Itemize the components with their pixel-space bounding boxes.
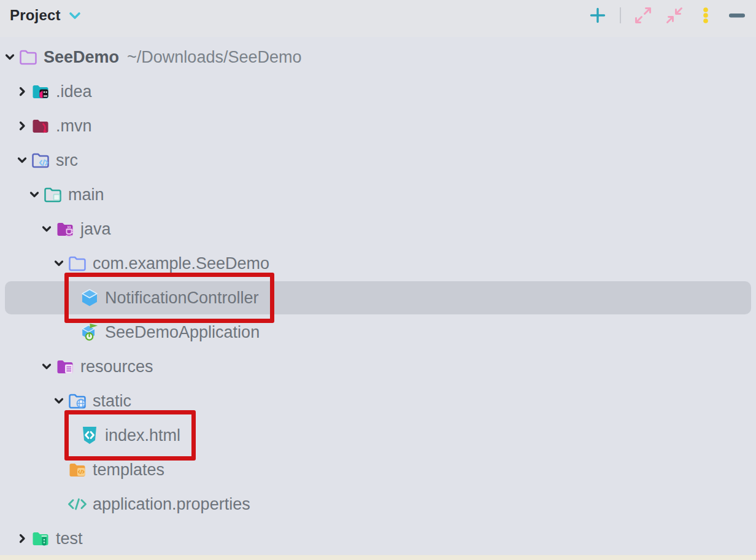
- indent-spacer: [0, 401, 50, 402]
- hide-panel-button[interactable]: [728, 6, 746, 25]
- html-file-icon: [80, 426, 99, 445]
- bottom-strip: [0, 555, 756, 560]
- folder-mvn-icon: [31, 116, 50, 136]
- tree-item-label: application.properties: [93, 487, 250, 521]
- tree-item-seedemo[interactable]: SeeDemo~/Downloads/SeeDemo: [0, 40, 756, 74]
- chevron-down-icon[interactable]: [38, 349, 55, 384]
- project-toolwindow-header: Project: [0, 0, 756, 37]
- tree-item-notificationcontroller[interactable]: NotificationController: [0, 281, 756, 315]
- tree-item-label: java: [80, 212, 111, 246]
- chevron-down-icon[interactable]: [50, 384, 68, 418]
- tree-item-com-example-seedemo[interactable]: com.example.SeeDemo: [0, 246, 756, 281]
- tree-item-static[interactable]: static: [0, 384, 756, 418]
- chevron-spacer: [63, 315, 80, 349]
- node-group: SeeDemoApplication: [80, 315, 260, 349]
- indent-spacer: [0, 504, 50, 505]
- folder-resources-icon: [55, 357, 75, 376]
- folder-main-icon: [43, 185, 63, 204]
- indent-spacer: [0, 435, 63, 436]
- tree-item-resources[interactable]: resources: [0, 349, 756, 384]
- expand-icon: [634, 6, 652, 25]
- node-group: SeeDemo: [18, 40, 119, 74]
- tree-item-application-properties[interactable]: application.properties: [0, 487, 756, 521]
- annotation-box: index.html: [80, 418, 180, 453]
- node-group: application.properties: [68, 487, 250, 521]
- toolbar: [588, 6, 746, 25]
- indent-spacer: [0, 298, 63, 298]
- tree-item-label: test: [56, 521, 83, 556]
- folder-static-icon: [68, 391, 87, 411]
- more-options-button[interactable]: [696, 6, 715, 25]
- indent-spacer: [0, 367, 38, 367]
- indent-spacer: [0, 470, 50, 470]
- project-file-tree: SeeDemo~/Downloads/SeeDemo .idea .mvn sr…: [0, 37, 756, 556]
- tree-item-label: com.example.SeeDemo: [93, 246, 269, 281]
- tree-item-label: index.html: [105, 418, 180, 453]
- indent-spacer: [0, 263, 50, 264]
- folder-project-icon: [18, 47, 38, 67]
- indent-spacer: [0, 126, 14, 126]
- tree-item-label: .mvn: [56, 109, 92, 143]
- tree-item-mvn[interactable]: .mvn: [0, 109, 756, 143]
- chevron-spacer: [63, 281, 80, 315]
- node-group: com.example.SeeDemo: [68, 246, 269, 281]
- tree-item-label: main: [68, 177, 104, 212]
- java-class-icon: [80, 288, 99, 308]
- node-group: java: [55, 212, 111, 246]
- node-group: .idea: [31, 74, 92, 109]
- add-button[interactable]: [588, 6, 607, 25]
- folder-test-icon: [31, 529, 50, 548]
- minimize-icon: [728, 6, 746, 25]
- spring-boot-class-icon: [80, 322, 99, 342]
- folder-idea-icon: [31, 82, 50, 101]
- node-group: src: [31, 143, 78, 177]
- indent-spacer: [0, 539, 14, 539]
- chevron-down-icon[interactable]: [50, 246, 68, 281]
- tree-item-label: NotificationController: [105, 281, 259, 315]
- tree-item-seedemoapplication[interactable]: SeeDemoApplication: [0, 315, 756, 349]
- folder-src-icon: [31, 150, 50, 170]
- chevron-down-icon[interactable]: [14, 143, 31, 177]
- indent-spacer: [0, 195, 26, 195]
- annotation-box: NotificationController: [80, 281, 259, 315]
- tree-item-idea[interactable]: .idea: [0, 74, 756, 109]
- tree-item-label: .idea: [56, 74, 92, 109]
- tree-item-src[interactable]: src: [0, 143, 756, 177]
- folder-package-icon: [68, 254, 87, 273]
- panel-title: Project: [10, 7, 61, 24]
- chevron-right-icon[interactable]: [14, 521, 31, 556]
- folder-templates-icon: [68, 460, 87, 480]
- chevron-right-icon[interactable]: [14, 109, 31, 143]
- tree-item-templates[interactable]: templates: [0, 453, 756, 487]
- kebab-icon: [696, 6, 715, 25]
- toolbar-divider: [620, 7, 621, 23]
- node-group: static: [68, 384, 131, 418]
- chevron-down-icon[interactable]: [1, 40, 18, 74]
- indent-spacer: [0, 91, 14, 92]
- plus-icon: [588, 6, 607, 25]
- indent-spacer: [0, 332, 63, 333]
- expand-all-button[interactable]: [634, 6, 652, 25]
- tree-item-index-html[interactable]: index.html: [0, 418, 756, 453]
- indent-spacer: [0, 160, 14, 161]
- tree-item-test[interactable]: test: [0, 521, 756, 556]
- chevron-spacer: [50, 487, 68, 521]
- indent-spacer: [0, 229, 38, 230]
- chevron-down-icon: [67, 7, 83, 23]
- chevron-right-icon[interactable]: [14, 74, 31, 109]
- folder-java-icon: [55, 219, 75, 239]
- tree-item-label: SeeDemo: [44, 40, 119, 74]
- project-view-selector[interactable]: Project: [10, 6, 83, 25]
- chevron-down-icon[interactable]: [38, 212, 55, 246]
- tree-item-label: src: [56, 143, 78, 177]
- tree-item-main[interactable]: main: [0, 177, 756, 212]
- collapse-all-button[interactable]: [665, 6, 684, 25]
- chevron-down-icon[interactable]: [26, 177, 43, 212]
- tree-item-java[interactable]: java: [0, 212, 756, 246]
- node-group: main: [43, 177, 104, 212]
- chevron-spacer: [63, 418, 80, 453]
- properties-file-icon: [68, 494, 87, 514]
- collapse-icon: [665, 6, 684, 25]
- tree-item-label: templates: [93, 453, 164, 487]
- node-group: .mvn: [31, 109, 92, 143]
